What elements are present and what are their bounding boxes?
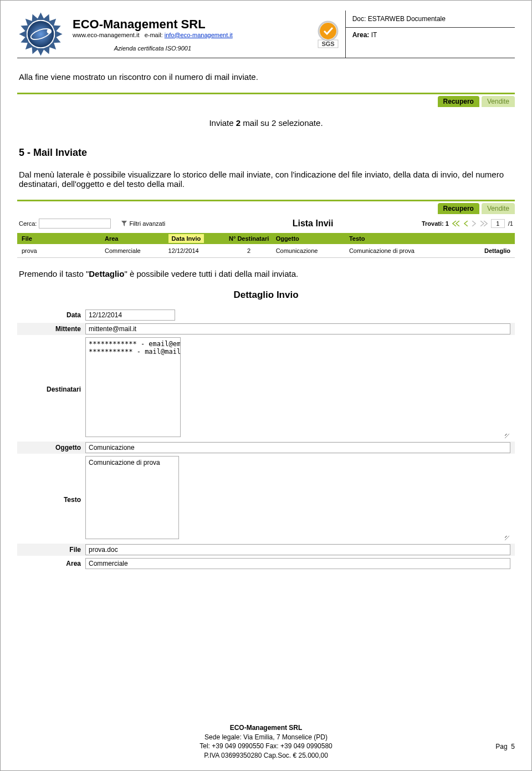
input-mittente[interactable] <box>85 323 510 334</box>
area-value: IT <box>371 31 377 39</box>
area-label: Area: IT <box>346 28 515 42</box>
inviate-message: Inviate 2 mail su 2 selezionate. <box>17 118 515 128</box>
col-testo: Testo <box>349 235 467 242</box>
iso-cert: Azienda certificata ISO:9001 <box>73 45 233 52</box>
page-current[interactable]: 1 <box>491 219 505 228</box>
detail-row-mittente: Mittente <box>17 323 515 335</box>
section-5-title: 5 - Mail Inviate <box>19 147 513 159</box>
tab-recupero[interactable]: Recupero <box>438 96 479 107</box>
page-total: /1 <box>508 220 513 227</box>
dettaglio-link[interactable]: Dettaglio <box>467 247 510 254</box>
col-file: File <box>22 235 105 242</box>
textarea-testo[interactable] <box>85 456 179 539</box>
label-data: Data <box>22 310 85 319</box>
search-row: Cerca: Filtri avanzati Lista Invii Trova… <box>17 214 515 233</box>
filter-icon <box>121 220 127 227</box>
svg-point-2 <box>47 29 52 34</box>
email-link[interactable]: info@eco-management.it <box>165 32 233 38</box>
pager: Trovati: 1 1 /1 <box>422 219 513 228</box>
detail-row-oggetto: Oggetto <box>17 442 515 454</box>
footer-piva: P.IVA 03699350280 Cap.Soc. € 25.000,00 <box>204 752 328 759</box>
footer-company: ECO-Management SRL <box>230 724 303 732</box>
label-mittente: Mittente <box>22 323 85 333</box>
trovati-label: Trovati: 1 <box>422 220 449 227</box>
filter-label[interactable]: Filtri avanzati <box>129 220 165 227</box>
tabs-row: Recupero Vendite <box>17 96 515 107</box>
textarea-destinatari[interactable] <box>85 337 181 437</box>
svg-point-0 <box>28 21 54 48</box>
input-file[interactable] <box>85 544 510 555</box>
section-5-body: Dal menù laterale è possibile visualizza… <box>19 170 513 189</box>
cell-data: 12/12/2014 <box>168 247 222 254</box>
cell-file: prova <box>22 247 105 254</box>
email-label: e-mail: <box>145 32 163 38</box>
website-text: www.eco-management.it <box>73 32 139 38</box>
detail-row-testo: Testo <box>17 455 515 542</box>
input-oggetto[interactable] <box>85 442 510 453</box>
detail-row-area: Area <box>17 557 515 570</box>
divider-green-2 <box>17 200 515 201</box>
cell-area: Commerciale <box>105 247 168 254</box>
table-header: File Area Data Invio N° Destinatari Ogge… <box>17 233 515 244</box>
area-prefix: Area: <box>352 31 370 39</box>
list-title: Lista Invii <box>165 219 422 229</box>
last-page-icon[interactable] <box>480 221 488 226</box>
intro-text: Alla fine viene mostrato un riscontro co… <box>19 72 513 82</box>
next-page-icon[interactable] <box>472 221 477 226</box>
company-name: ECO-Management SRL <box>73 17 233 32</box>
page-number: Pag 5 <box>495 743 515 750</box>
label-destinatari: Destinatari <box>22 384 85 393</box>
label-testo: Testo <box>22 494 85 504</box>
detail-title: Dettaglio Invio <box>17 290 515 301</box>
search-label: Cerca: <box>19 220 37 227</box>
sgs-logo: SGS <box>311 16 345 52</box>
input-data[interactable] <box>85 310 175 321</box>
prev-page-icon[interactable] <box>463 221 468 226</box>
svg-text:SGS: SGS <box>321 40 334 47</box>
cell-testo: Comunicazione di prova <box>349 247 467 254</box>
svg-point-5 <box>320 23 336 39</box>
label-file: File <box>22 544 85 554</box>
first-page-icon[interactable] <box>452 221 460 226</box>
detail-row-file: File <box>17 544 515 556</box>
company-logo <box>17 11 64 58</box>
col-data: Data Invio <box>168 235 222 242</box>
footer-tel: Tel: +39 049 0990550 Fax: +39 049 099058… <box>200 742 332 750</box>
tab-vendite-2[interactable]: Vendite <box>482 203 515 214</box>
detail-row-destinatari: Destinatari <box>17 337 515 440</box>
document-footer: ECO-Management SRL Sede legale: Via Emil… <box>1 723 531 760</box>
col-oggetto: Oggetto <box>276 235 349 242</box>
document-header: ECO-Management SRL www.eco-management.it… <box>17 11 515 58</box>
divider-green <box>17 93 515 94</box>
company-contact: www.eco-management.it e-mail: info@eco-m… <box>73 32 233 38</box>
footer-sede: Sede legale: Via Emilia, 7 Monselice (PD… <box>204 733 328 741</box>
detail-row-data: Data <box>17 309 515 321</box>
cell-ndest: 2 <box>222 247 276 254</box>
table-row: prova Commerciale 12/12/2014 2 Comunicaz… <box>17 244 515 258</box>
tab-recupero-2[interactable]: Recupero <box>438 203 479 214</box>
tab-vendite[interactable]: Vendite <box>482 96 515 107</box>
dettaglio-text: Premendo il tasto "Dettaglio" è possibil… <box>19 269 513 278</box>
search-input[interactable] <box>39 219 111 229</box>
tabs-row-2: Recupero Vendite <box>17 203 515 214</box>
label-area: Area <box>22 558 85 567</box>
input-area[interactable] <box>85 558 510 569</box>
col-ndest: N° Destinatari <box>222 235 276 242</box>
doc-label: Doc: ESTARWEB Documentale <box>346 11 515 28</box>
cell-oggetto: Comunicazione <box>276 247 349 254</box>
label-oggetto: Oggetto <box>22 442 85 452</box>
col-area: Area <box>105 235 168 242</box>
